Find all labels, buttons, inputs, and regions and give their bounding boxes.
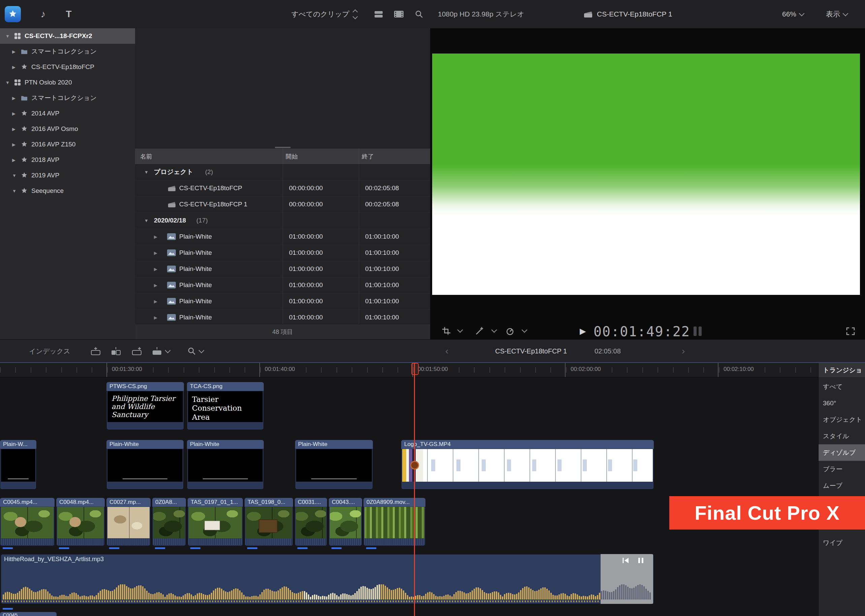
timeline-media-clip[interactable]: C0048.mp4... xyxy=(56,498,105,546)
transitions-category-movements[interactable]: ムーブ xyxy=(819,477,865,494)
timeline-video-clip[interactable]: Plain-White xyxy=(106,440,184,489)
browser-clip-row[interactable]: ▶ Plain-White 01:00:00:00 01:00:10:00 xyxy=(135,229,430,245)
sidebar-item-event[interactable]: ▶ 2018 AVP xyxy=(0,152,135,168)
sidebar-item-event[interactable]: ▼ Seequence xyxy=(0,183,135,199)
clip-insert-button[interactable] xyxy=(110,339,121,363)
browser-group-row[interactable]: ▼ プロジェクト (2) xyxy=(135,164,430,181)
disclosure-closed-icon[interactable]: ▶ xyxy=(12,49,18,54)
disclosure-open-icon[interactable]: ▼ xyxy=(144,170,148,175)
disclosure-closed-icon[interactable]: ▶ xyxy=(12,157,18,163)
timeline-video-clip[interactable]: Plain-W... xyxy=(0,440,36,489)
fullscreen-button[interactable] xyxy=(846,327,856,336)
browser-group-row[interactable]: ▼ 2020/02/18 (17) xyxy=(135,212,430,229)
browser-search-button[interactable] xyxy=(411,7,427,22)
playhead-dot[interactable] xyxy=(410,461,419,470)
disclosure-open-icon[interactable]: ▼ xyxy=(12,189,18,193)
sidebar-item-event[interactable]: ▼ 2019 AVP xyxy=(0,168,135,183)
sidebar-item-event[interactable]: ▶ 2016 AVP Z150 xyxy=(0,137,135,152)
view-dropdown[interactable]: 表示 xyxy=(826,0,848,28)
previous-project-button[interactable]: ‹ xyxy=(445,339,448,363)
audio-meter[interactable] xyxy=(693,327,696,336)
libraries-sidebar-button[interactable] xyxy=(5,6,21,22)
column-start[interactable]: 開始 xyxy=(286,152,298,160)
list-view-button[interactable] xyxy=(391,7,406,22)
sidebar-item-library-1[interactable]: ▼ CS-ECTV-...18-FCPXr2 xyxy=(0,28,135,44)
browser-project-row[interactable]: CS-ECTV-Ep18toFCP 00:00:00:00 00:02:05:0… xyxy=(135,180,430,196)
clip-connect-button[interactable] xyxy=(90,339,101,363)
timeline-media-clip[interactable]: TAS_0197_01_1... xyxy=(187,498,243,546)
column-end[interactable]: 終了 xyxy=(362,152,374,160)
titles-generators-sidebar-button[interactable]: T xyxy=(61,6,77,22)
timeline-video-clip[interactable]: Plain-White xyxy=(295,440,373,489)
disclosure-open-icon[interactable]: ▼ xyxy=(5,34,11,39)
zoom-dropdown[interactable]: 66% xyxy=(782,0,804,28)
disclosure-closed-icon[interactable]: ▶ xyxy=(12,127,18,132)
sidebar-item-smart-collection[interactable]: ▶ スマートコレクション xyxy=(0,44,135,59)
clip-filter-dropdown[interactable]: すべてのクリップ xyxy=(291,0,357,28)
timeline-media-clip[interactable]: 0Z0A8909.mov... xyxy=(364,498,425,546)
clip-overwrite-button[interactable] xyxy=(151,339,170,363)
column-name[interactable]: 名前 xyxy=(140,152,152,160)
transitions-category-blur[interactable]: ブラー xyxy=(819,461,865,477)
enhancements-button[interactable] xyxy=(475,327,484,335)
timeline-title-clip[interactable]: PTWS-CS.png Philippine Tarsier and Wildl… xyxy=(106,382,184,430)
photos-audio-sidebar-button[interactable]: ♪ xyxy=(35,6,51,22)
disclosure-open-icon[interactable]: ▼ xyxy=(12,173,18,178)
disclosure-closed-icon[interactable]: ▶ xyxy=(154,267,157,272)
disclosure-closed-icon[interactable]: ▶ xyxy=(12,64,18,70)
timeline-media-clip[interactable]: C0043.... xyxy=(329,498,362,546)
filmstrip-view-button[interactable] xyxy=(371,7,386,22)
timeline-ruler[interactable]: 00:01:30:00 00:01:40:00 00:01:50:00 00:0… xyxy=(0,363,865,377)
sidebar-item-event[interactable]: ▶ CS-ECTV-Ep18toFCP xyxy=(0,59,135,75)
browser-clip-row[interactable]: ▶ Plain-White 01:00:00:00 01:00:10:00 xyxy=(135,261,430,277)
disclosure-closed-icon[interactable]: ▶ xyxy=(12,96,18,101)
browser-clip-row[interactable]: ▶ Plain-White 01:00:00:00 01:00:10:00 xyxy=(135,277,430,294)
timeline-media-clip[interactable]: C0045.mp4... xyxy=(0,498,55,546)
transitions-category-all[interactable]: すべて xyxy=(819,378,865,395)
timeline-project-name[interactable]: CS-ECTV-Ep18toFCP 1 xyxy=(495,339,567,363)
transitions-category-stylized[interactable]: スタイル xyxy=(819,428,865,444)
clip-append-button[interactable] xyxy=(131,339,142,363)
timeline-title-clip[interactable]: TCA-CS.png Tarsier Conservation Area xyxy=(187,382,264,430)
sidebar-item-library-2[interactable]: ▼ PTN Oslob 2020 xyxy=(0,75,135,90)
browser-project-row[interactable]: CS-ECTV-Ep18toFCP 1 00:00:00:00 00:02:05… xyxy=(135,196,430,213)
transitions-category-dissolves[interactable]: ディゾルブ xyxy=(819,444,865,461)
sidebar-item-event[interactable]: ▶ 2016 AVP Osmo xyxy=(0,121,135,137)
sidebar-item-event[interactable]: ▶ 2014 AVP xyxy=(0,106,135,121)
timeline-partial-clip[interactable]: C0045 xyxy=(0,612,57,616)
timeline-video-clip-logo[interactable]: Logo_TV-GS.MP4 xyxy=(401,440,654,489)
disclosure-closed-icon[interactable]: ▶ xyxy=(154,283,157,288)
timeline-video-clip[interactable]: Plain-White xyxy=(187,440,264,489)
browser-clip-row[interactable]: ▶ Plain-White 01:00:00:00 01:00:10:00 xyxy=(135,310,430,326)
playhead[interactable] xyxy=(414,363,415,616)
index-button[interactable]: インデックス xyxy=(29,339,70,363)
transitions-category-objects[interactable]: オブジェクト xyxy=(819,411,865,428)
skip-back-icon[interactable] xyxy=(621,557,630,564)
disclosure-closed-icon[interactable]: ▶ xyxy=(154,315,157,320)
play-button[interactable]: ▶ xyxy=(580,327,586,336)
timeline-audio-clip[interactable]: HittheRoad_by_VESHZA_Artlist.mp3 xyxy=(1,554,654,604)
browser-clip-row[interactable]: ▶ Plain-White 01:00:00:00 01:00:10:00 xyxy=(135,293,430,310)
sidebar-item-smart-collection[interactable]: ▶ スマートコレクション xyxy=(0,90,135,106)
audio-meter[interactable] xyxy=(699,327,702,336)
timeline-media-clip[interactable]: 0Z0A8... xyxy=(152,498,186,546)
disclosure-closed-icon[interactable]: ▶ xyxy=(154,234,157,239)
disclosure-closed-icon[interactable]: ▶ xyxy=(154,250,157,256)
next-project-button[interactable]: › xyxy=(682,339,685,363)
pause-icon[interactable] xyxy=(638,557,644,564)
timeline-search-button[interactable] xyxy=(187,339,203,363)
timeline-media-clip[interactable]: C0031.... xyxy=(295,498,327,546)
disclosure-closed-icon[interactable]: ▶ xyxy=(12,142,18,147)
viewer-display-options-button[interactable] xyxy=(441,327,451,335)
timeline-media-clip[interactable]: TAS_0198_0... xyxy=(244,498,293,546)
timeline-media-clip[interactable]: C0027.mp... xyxy=(106,498,151,546)
transitions-category-360[interactable]: 360° xyxy=(819,395,865,411)
disclosure-open-icon[interactable]: ▼ xyxy=(144,218,148,223)
disclosure-closed-icon[interactable]: ▶ xyxy=(12,111,18,116)
browser-clip-row[interactable]: ▶ Plain-White 01:00:00:00 01:00:10:00 xyxy=(135,245,430,261)
disclosure-open-icon[interactable]: ▼ xyxy=(5,80,11,85)
disclosure-closed-icon[interactable]: ▶ xyxy=(154,299,157,304)
playhead-handle[interactable] xyxy=(411,363,419,375)
transitions-category-wipes[interactable]: ワイプ xyxy=(819,534,865,551)
retime-button[interactable] xyxy=(505,327,515,335)
